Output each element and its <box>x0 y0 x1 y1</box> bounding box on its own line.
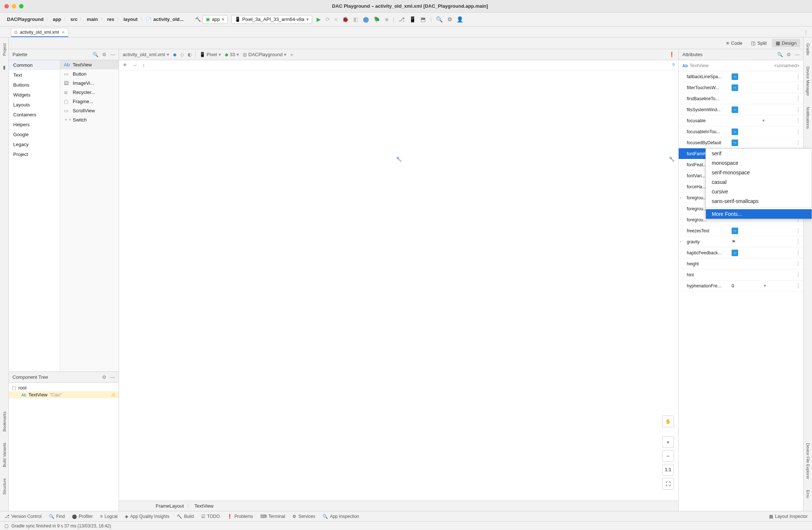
gear-icon[interactable]: ⚙ <box>787 52 791 57</box>
attr-row-fallbacklinespa[interactable]: fallbackLineSpa...−⎮ <box>679 71 803 82</box>
resize-icon[interactable]: ↔ <box>133 62 137 68</box>
canvas-file[interactable]: activity_old_xml.xml▾ <box>123 52 169 57</box>
bookmarks-tab[interactable]: Bookmarks <box>2 409 7 434</box>
wrench-icon[interactable]: 🔧 <box>669 156 675 162</box>
widget-imageview[interactable]: 🖼ImageVi... <box>60 79 119 88</box>
nightmode-icon[interactable]: ◐ <box>188 52 192 57</box>
font-option-serif-monospace[interactable]: serif-monospace <box>706 168 812 177</box>
palette-cat-legacy[interactable]: Legacy <box>9 139 60 149</box>
attr-value[interactable]: ⎮ <box>730 261 803 266</box>
layout-inspector-tab[interactable]: ▦Layout Inspector <box>769 514 808 519</box>
tree-textview[interactable]: Ab TextView "Ciao" ⚠ <box>9 391 119 398</box>
attr-value[interactable]: −⎮ <box>730 250 803 256</box>
logcat-tab[interactable]: ≡Logcat <box>100 514 118 519</box>
pan-icon[interactable]: ✋ <box>662 415 674 427</box>
widget-textview[interactable]: AbTextView <box>60 60 119 69</box>
font-option-cursive[interactable]: cursive <box>706 187 812 196</box>
run-icon[interactable]: ▶ <box>317 16 321 23</box>
palette-cat-layouts[interactable]: Layouts <box>9 100 60 110</box>
font-option-monospace[interactable]: monospace <box>706 158 812 168</box>
boolean-indicator[interactable]: − <box>732 106 738 113</box>
attr-row-hyphenationfre[interactable]: hyphenationFre...0▼⎮ <box>679 280 803 291</box>
attr-row-height[interactable]: height⎮ <box>679 258 803 269</box>
boolean-indicator[interactable]: − <box>732 250 738 256</box>
split-view-btn[interactable]: ◫Split <box>747 39 770 47</box>
window-maximize[interactable] <box>19 4 24 8</box>
device-manager-tab[interactable]: Device Manager <box>806 64 810 98</box>
help-icon[interactable]: ? <box>672 62 675 68</box>
palette-cat-text[interactable]: Text <box>9 70 60 80</box>
attr-row-hapticfeedback[interactable]: hapticFeedback...−⎮ <box>679 247 803 258</box>
font-option-casual[interactable]: casual <box>706 177 812 187</box>
close-tab-icon[interactable]: ✕ <box>61 30 65 35</box>
user-icon[interactable]: 👤 <box>456 16 463 23</box>
boolean-indicator[interactable]: − <box>732 73 738 80</box>
canvas-theme[interactable]: ◎DACPlayground▾ <box>243 52 286 57</box>
palette-cat-common[interactable]: Common <box>9 60 60 70</box>
attr-row-focusedbydefault[interactable]: focusedByDefault−⎮ <box>679 137 803 148</box>
emulator-tab[interactable]: Emu <box>806 488 810 501</box>
attr-value[interactable]: −⎮ <box>730 106 803 113</box>
gradle-tab[interactable]: Gradle <box>806 41 810 58</box>
debug-icon[interactable]: 🐞 <box>342 16 349 23</box>
zoom-in[interactable]: + <box>662 436 674 448</box>
app-inspection-tab[interactable]: 🔍App Inspection <box>322 514 359 519</box>
search-icon[interactable]: 🔍 <box>777 52 783 57</box>
apply-code-icon[interactable]: ≡ <box>335 16 338 22</box>
attr-row-firstbaselineto[interactable]: firstBaselineTo...⎮ <box>679 93 803 104</box>
palette-cat-project[interactable]: Project <box>9 149 60 159</box>
font-option-sans-serif-smallcaps[interactable]: sans-serif-smallcaps <box>706 196 812 206</box>
attr-value[interactable]: −⎮ <box>730 84 803 91</box>
version-control-tab[interactable]: ⎇Version Control <box>4 514 41 519</box>
palette-cat-buttons[interactable]: Buttons <box>9 80 60 90</box>
palette-cat-helpers[interactable]: Helpers <box>9 120 60 130</box>
canvas-crumb-textview[interactable]: TextView <box>195 503 214 509</box>
attr-value[interactable]: ▼⎮ <box>730 118 803 123</box>
attr-value[interactable]: 0▼⎮ <box>730 283 803 288</box>
rotate-icon[interactable]: ↕ <box>142 62 145 68</box>
crumb-file[interactable]: activity_old... <box>152 16 185 23</box>
attr-value[interactable]: −⎮ <box>730 73 803 80</box>
app-quality-tab[interactable]: ◈App Quality Insights <box>125 514 169 519</box>
search-icon[interactable]: 🔍 <box>93 52 98 57</box>
project-tab[interactable]: Project <box>2 41 7 58</box>
window-close[interactable] <box>4 4 9 8</box>
device-select[interactable]: 📱 Pixel_3a_API_33_arm64-v8a ▾ <box>231 15 312 24</box>
widget-recyclerview[interactable]: ≣Recycler... <box>60 88 119 97</box>
find-tab[interactable]: 🔍Find <box>49 514 65 519</box>
crumb-res[interactable]: res <box>106 16 116 23</box>
device-file-explorer-tab[interactable]: Device File Explorer <box>806 441 810 481</box>
crumb-src[interactable]: src <box>69 16 79 23</box>
font-option-serif[interactable]: serif <box>706 149 812 158</box>
file-tab[interactable]: ⧉ activity_old_xml.xml ✕ <box>11 28 68 37</box>
attr-row-gravity[interactable]: ›gravity⚑⎮ <box>679 236 803 247</box>
zoom-reset[interactable]: 1:1 <box>662 464 674 476</box>
overflow-icon[interactable]: » <box>290 52 293 57</box>
folder-icon[interactable]: ▮ <box>3 65 6 70</box>
problems-tab[interactable]: ❗Problems <box>227 514 253 519</box>
code-view-btn[interactable]: ≡Code <box>723 39 746 47</box>
attr-row-freezestext[interactable]: freezesText−⎮ <box>679 225 803 236</box>
minimize-icon[interactable]: — <box>110 52 115 57</box>
canvas-device[interactable]: 📱Pixel▾ <box>199 52 221 57</box>
boolean-indicator[interactable]: − <box>732 228 738 234</box>
attr-row-fitssystemwind[interactable]: fitsSystemWind...−⎮ <box>679 104 803 115</box>
surface-icon[interactable]: ◆ <box>173 52 177 57</box>
build-tab[interactable]: 🔨Build <box>177 514 194 519</box>
palette-cat-containers[interactable]: Containers <box>9 110 60 120</box>
gear-icon[interactable]: ⚙ <box>102 374 107 380</box>
palette-cat-widgets[interactable]: Widgets <box>9 90 60 100</box>
canvas-crumb-framelayout[interactable]: FrameLayout <box>156 503 184 509</box>
attach-debugger-icon[interactable]: 🪲 <box>373 16 380 23</box>
minimize-icon[interactable]: — <box>110 374 115 380</box>
crumb-app[interactable]: app <box>52 16 62 23</box>
crumb-layout[interactable]: layout <box>122 16 138 23</box>
attr-row-hint[interactable]: hint⎮ <box>679 269 803 280</box>
avd-icon[interactable]: 📱 <box>409 16 416 23</box>
attr-value[interactable]: −⎮ <box>730 228 803 234</box>
attr-value[interactable]: ⚑⎮ <box>730 239 803 244</box>
tree-root[interactable]: ▢ root <box>9 384 119 391</box>
hammer-icon[interactable]: 🔨 <box>195 17 201 22</box>
viewport-icon[interactable]: 👁 <box>123 62 127 68</box>
git-icon[interactable]: ⎇ <box>398 16 405 23</box>
